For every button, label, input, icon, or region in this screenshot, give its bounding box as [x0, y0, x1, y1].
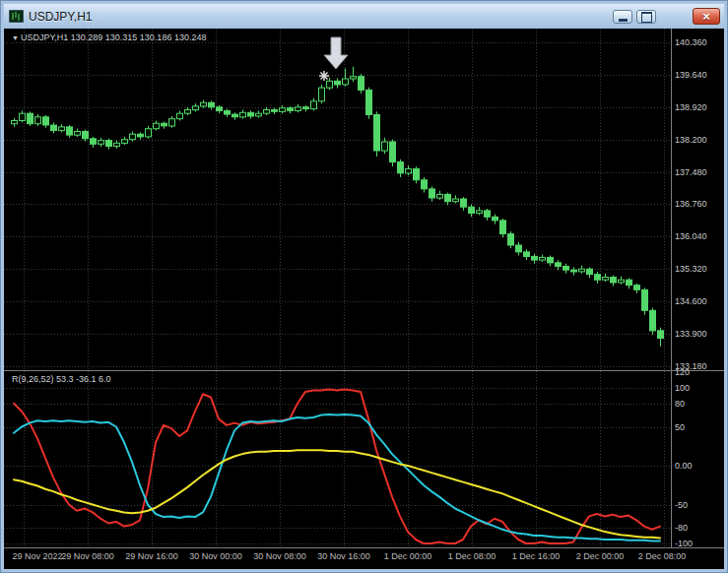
chart-client-area[interactable] — [4, 29, 724, 569]
chart-dropdown-icon: ▼ — [12, 34, 19, 41]
indicator-label[interactable]: R(9,26,52) 53.3 -36.1 6.0 — [12, 374, 111, 384]
chart-window: USDJPY,H1 × 140.360139.640138.920138.200… — [0, 0, 728, 573]
chart-canvas[interactable] — [0, 0, 728, 573]
ohlc-text: USDJPY,H1 130.289 130.315 130.186 130.24… — [21, 32, 207, 42]
symbol-ohlc-label[interactable]: ▼USDJPY,H1 130.289 130.315 130.186 130.2… — [12, 32, 206, 42]
